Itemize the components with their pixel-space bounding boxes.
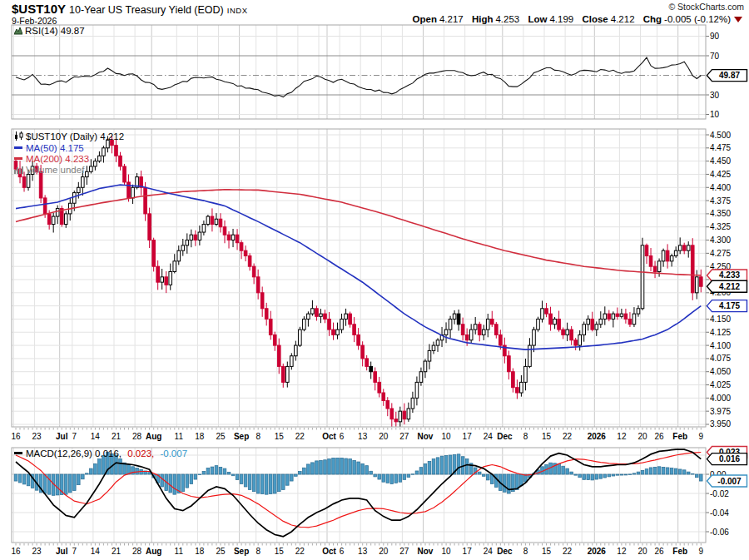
svg-text:4.300: 4.300 — [710, 235, 731, 245]
svg-text:4.050: 4.050 — [710, 367, 731, 376]
svg-text:26: 26 — [655, 432, 665, 441]
ma200-label: MA(200) 4.233 — [26, 154, 89, 164]
svg-text:Jul: Jul — [56, 432, 68, 441]
svg-text:3.950: 3.950 — [710, 419, 731, 429]
copyright: © StockCharts.com — [668, 2, 744, 12]
svg-text:3.975: 3.975 — [710, 407, 731, 416]
macd-legend: MACD(12,26,9) 0.016, 0.023, -0.007 — [14, 448, 187, 459]
svg-text:7: 7 — [72, 547, 77, 556]
svg-text:4.375: 4.375 — [710, 196, 731, 206]
svg-text:90: 90 — [710, 32, 720, 41]
svg-text:17: 17 — [463, 432, 473, 441]
macd-signal-value: 0.023, — [127, 448, 154, 458]
svg-text:4.100: 4.100 — [710, 341, 731, 350]
svg-text:18: 18 — [195, 432, 205, 441]
svg-text:15: 15 — [542, 547, 552, 556]
svg-text:4.275: 4.275 — [710, 249, 731, 258]
svg-text:4.075: 4.075 — [710, 354, 731, 363]
svg-text:4.175: 4.175 — [719, 301, 740, 310]
svg-text:8: 8 — [255, 547, 260, 556]
svg-text:4.125: 4.125 — [710, 328, 731, 337]
symbol: $UST10Y — [12, 2, 66, 16]
svg-text:22: 22 — [563, 432, 573, 441]
svg-text:9: 9 — [698, 432, 703, 441]
header: $UST10Y10-Year US Treasury Yield (EOD)IN… — [12, 2, 247, 17]
high-value: 4.253 — [495, 14, 519, 24]
chart-title: 10-Year US Treasury Yield (EOD) — [69, 4, 224, 16]
svg-text:20: 20 — [379, 432, 389, 441]
svg-text:8: 8 — [523, 547, 528, 556]
chg-label: Chg — [643, 14, 662, 24]
svg-text:20: 20 — [637, 432, 647, 441]
price-legend-main: $UST10Y (Daily) 4.212 — [14, 131, 124, 143]
svg-text:20: 20 — [637, 547, 647, 556]
svg-text:4.025: 4.025 — [710, 380, 731, 389]
price-legend-ma200: MA(200) 4.233 — [14, 154, 124, 165]
svg-text:15: 15 — [275, 547, 285, 556]
candlestick-icon — [14, 131, 23, 143]
svg-text:21: 21 — [112, 547, 122, 556]
svg-text:0.016: 0.016 — [719, 454, 740, 463]
svg-text:4.425: 4.425 — [710, 170, 731, 179]
svg-text:18: 18 — [195, 547, 205, 556]
rsi-legend: RSI(14) 49.87 — [14, 26, 85, 37]
svg-text:21: 21 — [112, 432, 122, 441]
svg-text:11: 11 — [175, 547, 184, 556]
day-ticks — [16, 428, 701, 546]
svg-text:7: 7 — [72, 432, 77, 441]
svg-text:22: 22 — [295, 432, 305, 441]
svg-text:4.450: 4.450 — [710, 156, 731, 166]
svg-text:4.000: 4.000 — [710, 394, 731, 403]
svg-text:10: 10 — [441, 547, 451, 556]
exchange-label: INDX — [227, 6, 248, 15]
svg-text:16: 16 — [11, 547, 21, 556]
svg-text:4.475: 4.475 — [710, 143, 731, 152]
svg-text:26: 26 — [655, 547, 665, 556]
svg-text:-0.007: -0.007 — [717, 477, 742, 486]
svg-text:22: 22 — [295, 547, 305, 556]
svg-text:Jul: Jul — [56, 547, 68, 556]
svg-text:Dec: Dec — [497, 547, 513, 556]
svg-text:15: 15 — [275, 432, 285, 441]
ma50-line-icon — [14, 146, 22, 149]
svg-text:12: 12 — [617, 547, 627, 556]
svg-text:4.400: 4.400 — [710, 183, 731, 192]
volume-label: Volume undef — [26, 165, 84, 175]
svg-text:4.325: 4.325 — [710, 222, 731, 231]
open-label: Open — [413, 14, 437, 24]
chg-value: -0.005 (-0.12%) — [664, 14, 731, 24]
price-legend-main-label: $UST10Y (Daily) 4.212 — [26, 131, 124, 141]
svg-text:2026: 2026 — [588, 432, 607, 441]
stockcharts-chart-page: 4.5004.4754.4504.4254.4004.3754.3504.325… — [0, 0, 749, 560]
svg-text:12: 12 — [617, 432, 627, 441]
svg-text:27: 27 — [399, 547, 409, 556]
chart-canvas: 4.5004.4754.4504.4254.4004.3754.3504.325… — [0, 0, 749, 560]
rsi-area-icon — [14, 27, 22, 37]
svg-text:4.233: 4.233 — [719, 270, 740, 280]
price-legend-volume: Volume undef — [14, 165, 124, 176]
svg-text:Oct: Oct — [322, 432, 336, 441]
svg-text:4.350: 4.350 — [710, 209, 731, 218]
high-label: High — [472, 14, 494, 24]
svg-text:25: 25 — [216, 547, 226, 556]
svg-text:4.212: 4.212 — [719, 282, 740, 291]
price-legend-ma50: MA(50) 4.175 — [14, 143, 124, 154]
svg-text:9: 9 — [698, 547, 703, 556]
svg-text:Aug: Aug — [146, 547, 161, 556]
svg-text:8: 8 — [523, 432, 528, 441]
svg-text:24: 24 — [484, 547, 494, 556]
macd-panel-series — [14, 449, 702, 537]
svg-text:13: 13 — [358, 547, 368, 556]
svg-text:4.500: 4.500 — [710, 131, 731, 140]
svg-text:-0.06: -0.06 — [710, 528, 729, 537]
svg-text:30: 30 — [710, 91, 720, 100]
svg-text:25: 25 — [216, 432, 226, 441]
svg-text:-0.02: -0.02 — [710, 489, 729, 498]
macd-legend-label: MACD(12,26,9) 0.016, — [26, 448, 122, 458]
svg-text:Sep: Sep — [234, 432, 249, 441]
open-value: 4.217 — [439, 14, 464, 24]
low-value: 4.199 — [549, 14, 573, 24]
svg-text:20: 20 — [379, 547, 389, 556]
price-legend: $UST10Y (Daily) 4.212 MA(50) 4.175 MA(20… — [14, 131, 124, 176]
svg-text:Feb: Feb — [672, 547, 687, 556]
